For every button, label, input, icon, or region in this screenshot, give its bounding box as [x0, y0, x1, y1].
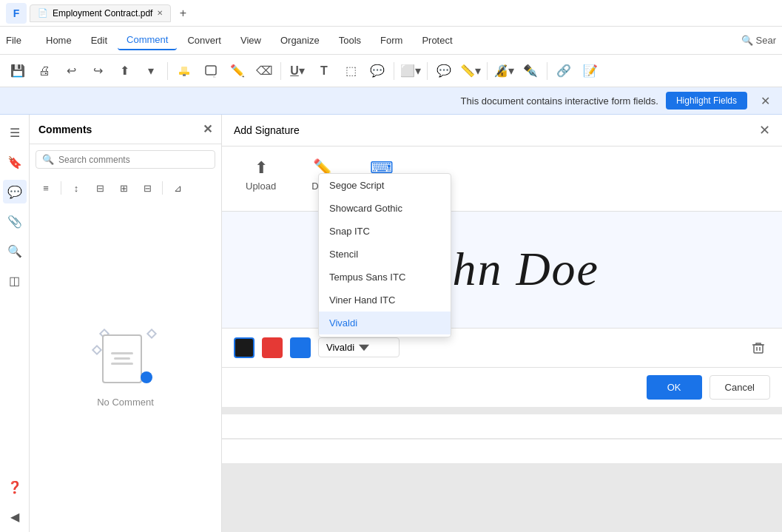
collapse-btn[interactable]: ⊟	[137, 178, 158, 198]
menu-view[interactable]: View	[232, 31, 270, 50]
eraser-btn[interactable]: ⌫	[252, 59, 276, 83]
font-option-showcard-gothic[interactable]: Showcard Gothic	[319, 197, 451, 220]
svg-rect-3	[206, 66, 216, 75]
stamp-btn[interactable]: 🔏▾	[492, 59, 516, 83]
attachment-btn[interactable]: 🔗	[552, 59, 576, 83]
menu-edit[interactable]: Edit	[82, 31, 116, 50]
sidebar-icon-search[interactable]: 🔍	[3, 239, 27, 263]
font-option-stencil[interactable]: Stencil	[319, 243, 451, 266]
menu-tools[interactable]: Tools	[330, 31, 370, 50]
menu-home[interactable]: Home	[37, 31, 81, 50]
diamond-3	[146, 328, 156, 338]
menu-form[interactable]: Form	[371, 31, 411, 50]
signature-dialog-close-button[interactable]: ✕	[759, 122, 770, 138]
new-tab-button[interactable]: +	[174, 4, 192, 22]
filter-btn[interactable]: ⊿	[167, 178, 188, 198]
no-comment-doc	[102, 334, 142, 383]
search-area[interactable]: 🔍 Sear	[741, 35, 776, 46]
tab-upload-label: Upload	[246, 181, 276, 192]
color-black-swatch[interactable]	[234, 337, 255, 358]
menu-convert[interactable]: Convert	[178, 31, 230, 50]
toolbar-save-btn[interactable]: 💾	[6, 59, 30, 83]
font-option-tempus-sans-itc[interactable]: Tempus Sans ITC	[319, 266, 451, 289]
signature-tabs: ⬆ Upload ✏️ Draw ⌨ Type	[222, 147, 782, 212]
menu-comment[interactable]: Comment	[118, 30, 177, 50]
toolbar-separator-4	[427, 62, 428, 80]
color-red-swatch[interactable]	[262, 337, 283, 358]
search-icon: 🔍	[741, 35, 753, 46]
toolbar-share-btn[interactable]: ⬆	[112, 59, 136, 83]
search-icon: 🔍	[42, 154, 54, 165]
tab-close-button[interactable]: ✕	[157, 9, 163, 17]
font-option-snap-itc[interactable]: Snap ITC	[319, 220, 451, 243]
notification-close-button[interactable]: ✕	[761, 94, 770, 108]
draw-btn[interactable]: ✒️	[519, 59, 542, 83]
pencil-btn[interactable]: ✏️	[226, 59, 249, 83]
diamond-2	[91, 344, 101, 354]
search-text: Sear	[756, 35, 776, 46]
menu-organize[interactable]: Organize	[272, 31, 328, 50]
doc-row-2	[222, 440, 782, 463]
expand-btn[interactable]: ⊞	[113, 178, 134, 198]
comments-title: Comments	[38, 124, 92, 135]
upload-icon: ⬆	[255, 158, 268, 178]
sticky-note-btn[interactable]	[199, 59, 223, 83]
sort-btn[interactable]: ≡	[36, 178, 56, 198]
ok-button[interactable]: OK	[647, 375, 702, 400]
sort-type-btn[interactable]: ⊟	[90, 178, 110, 198]
toolbar-redo-btn[interactable]: ↪	[86, 59, 109, 83]
cancel-button[interactable]: Cancel	[709, 375, 770, 400]
color-blue-swatch[interactable]	[290, 337, 311, 358]
signature-dialog-title: Add Signature	[234, 124, 300, 136]
measure-btn[interactable]: 📏▾	[459, 59, 482, 83]
file-menu[interactable]: File	[6, 30, 30, 51]
highlight-fields-button[interactable]: Highlight Fields	[666, 92, 747, 110]
comment-sep-1	[61, 181, 61, 195]
sidebar-icon-comment[interactable]: 💬	[3, 180, 27, 203]
no-comment-dot	[141, 371, 152, 383]
font-option-segoe-script[interactable]: Segoe Script	[319, 174, 451, 197]
textbox-btn[interactable]: ⬚	[339, 59, 363, 83]
sort-asc-btn[interactable]: ↕	[66, 178, 87, 198]
no-comment-label: No Comment	[97, 397, 154, 408]
toolbar-separator-1	[167, 62, 168, 80]
menu-protect[interactable]: Protect	[413, 31, 461, 50]
font-select-button[interactable]: Vivaldi	[318, 337, 400, 357]
clear-signature-button[interactable]	[746, 336, 770, 360]
nc-line-1	[111, 352, 133, 354]
signature-preview-area: John Doe	[222, 212, 782, 328]
shape-btn[interactable]: ⬜▾	[399, 59, 422, 83]
chevron-down-icon	[359, 343, 369, 353]
font-option-vivaldi[interactable]: Vivaldi	[319, 312, 451, 334]
panel-close-button[interactable]: ✕	[203, 122, 212, 136]
search-comments-input[interactable]	[58, 155, 209, 165]
font-option-vladimir-script[interactable]: Vladimir Script	[319, 334, 451, 337]
document-tab[interactable]: 📄 Employment Contract.pdf ✕	[30, 4, 171, 22]
sidebar-icon-bookmark[interactable]: 🔖	[3, 150, 27, 174]
text-btn[interactable]: T	[312, 59, 336, 83]
sidebar-icon-attachment[interactable]: 📎	[3, 209, 27, 233]
sidebar-icon-layers[interactable]: ◫	[3, 269, 27, 292]
font-options-list: Segoe Script Showcard Gothic Snap ITC St…	[319, 174, 451, 337]
file-label: File	[6, 35, 21, 46]
highlight-tool-btn[interactable]	[172, 59, 196, 83]
sidebar-icon-page[interactable]: ☰	[3, 121, 27, 144]
tab-upload[interactable]: ⬆ Upload	[240, 155, 282, 202]
font-dropdown[interactable]: Vivaldi Segoe Script Showcard Gothic Sna…	[318, 337, 400, 357]
search-box[interactable]: 🔍	[36, 150, 215, 169]
edit-text-btn[interactable]: 📝	[579, 59, 602, 83]
tab-title: Employment Contract.pdf	[53, 8, 152, 18]
signature-controls: Vivaldi Segoe Script Showcard Gothic Sna…	[234, 336, 770, 360]
selected-font-label: Vivaldi	[326, 342, 354, 353]
underline-btn[interactable]: U▾	[286, 59, 309, 83]
font-option-viner-hand-itc[interactable]: Viner Hand ITC	[319, 289, 451, 312]
nc-line-2	[114, 357, 130, 360]
sidebar-icon-help[interactable]: ❓	[3, 475, 27, 499]
toolbar-print-btn[interactable]: 🖨	[33, 59, 56, 83]
callout-btn[interactable]: 💬	[365, 59, 389, 83]
toolbar-more-btn[interactable]: ▾	[139, 59, 163, 83]
comment-btn[interactable]: 💬	[432, 59, 456, 83]
sidebar-icon-collapse[interactable]: ◀	[3, 505, 27, 528]
toolbar: 💾 🖨 ↩ ↪ ⬆ ▾ ✏️ ⌫ U▾ T ⬚ 💬 ⬜▾ 💬 📏▾ 🔏▾ ✒️ …	[0, 55, 782, 87]
toolbar-undo-btn[interactable]: ↩	[59, 59, 83, 83]
